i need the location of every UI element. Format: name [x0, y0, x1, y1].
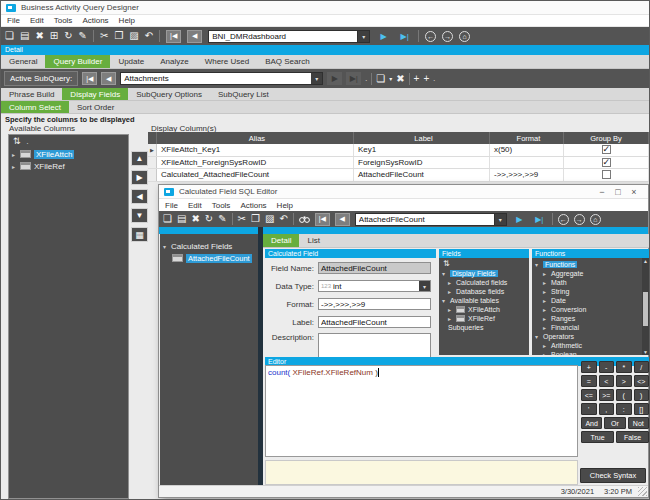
subquery-select-input[interactable]	[120, 72, 313, 85]
subquery-next-button[interactable]: ▶	[327, 72, 342, 85]
true-button[interactable]: True	[581, 431, 614, 443]
op-less-button[interactable]: <	[599, 375, 615, 387]
groupby-checkbox[interactable]	[602, 145, 611, 154]
last-record-button[interactable]: ▶|	[397, 30, 412, 43]
tree-item-operators[interactable]: Operators	[532, 332, 649, 341]
sort-icon[interactable]: ⇅	[443, 260, 450, 268]
back-icon[interactable]: ←	[425, 31, 436, 42]
delete-icon[interactable]: ✖	[191, 214, 199, 224]
row-selector-icon[interactable]: ▶	[148, 144, 157, 156]
new-subquery-dropdown-icon[interactable]: ▾	[389, 76, 392, 82]
tab-detail[interactable]: Detail	[263, 234, 299, 247]
op-lessequal-button[interactable]: <=	[581, 389, 597, 401]
cell-format[interactable]	[490, 157, 564, 169]
expand-icon[interactable]	[543, 324, 551, 331]
scrollbar[interactable]: ▲ ▼	[642, 258, 649, 355]
add-icon[interactable]: +	[423, 74, 429, 84]
menu-actions[interactable]: Actions	[240, 201, 266, 210]
op-openparen-button[interactable]: (	[616, 389, 632, 401]
grid-header-groupby[interactable]: Group By	[564, 132, 649, 144]
refresh-icon[interactable]: ↻	[205, 214, 213, 224]
false-button[interactable]: False	[616, 431, 649, 443]
forward-icon[interactable]: →	[574, 214, 585, 225]
grid-header-format[interactable]: Format	[490, 132, 564, 144]
op-quote-button[interactable]: '	[581, 403, 597, 415]
cell-alias[interactable]: XFileAttch_Key1	[157, 144, 354, 156]
op-minus-button[interactable]: -	[599, 361, 615, 373]
op-equals-button[interactable]: =	[581, 375, 597, 387]
tree-item-aggregate[interactable]: Aggregate	[532, 269, 649, 278]
collapse-icon[interactable]	[163, 243, 171, 250]
grid-header-label[interactable]: Label	[354, 132, 490, 144]
panel-splitter[interactable]	[258, 227, 263, 487]
tree-item-date[interactable]: Date	[532, 296, 649, 305]
expand-icon[interactable]	[543, 342, 551, 349]
tree-item-database-fields[interactable]: Database fields	[439, 287, 529, 296]
tab-display-fields[interactable]: Display Fields	[62, 88, 128, 100]
maximize-icon[interactable]: □	[610, 187, 626, 197]
previous-record-button[interactable]: ◀	[335, 213, 350, 226]
cell-label[interactable]: Key1	[354, 144, 490, 156]
paste-icon[interactable]: ▨	[129, 31, 138, 41]
check-syntax-button[interactable]: Check Syntax	[580, 468, 646, 483]
expand-icon[interactable]	[543, 270, 551, 277]
previous-record-button[interactable]: ◀	[187, 30, 202, 43]
tree-item-math[interactable]: Math	[532, 278, 649, 287]
groupby-checkbox[interactable]	[602, 158, 611, 167]
menu-help[interactable]: Help	[119, 16, 135, 25]
tree-item-xfileattch[interactable]: XFileAttch	[439, 305, 529, 314]
row-selector[interactable]	[148, 157, 157, 169]
menu-tools[interactable]: Tools	[54, 16, 73, 25]
home-icon[interactable]: ⌂	[459, 31, 470, 42]
undo-icon[interactable]: ↶	[279, 214, 287, 224]
row-selector[interactable]	[148, 169, 157, 181]
collapse-icon[interactable]	[535, 261, 543, 268]
expand-icon[interactable]	[448, 315, 456, 322]
minimize-icon[interactable]: −	[594, 187, 610, 197]
tab-subquery-list[interactable]: SubQuery List	[210, 88, 277, 100]
menu-file[interactable]: File	[7, 16, 20, 25]
tree-item-conversion[interactable]: Conversion	[532, 305, 649, 314]
field-dropdown-button[interactable]: ▾	[495, 213, 507, 226]
format-input[interactable]	[318, 298, 431, 310]
close-icon[interactable]: ×	[626, 187, 642, 197]
tree-item-xfileref[interactable]: XFileRef	[9, 160, 128, 172]
description-input[interactable]	[318, 333, 431, 360]
menu-file[interactable]: File	[165, 201, 178, 210]
back-icon[interactable]: ←	[558, 214, 569, 225]
op-notequal-button[interactable]: <>	[634, 375, 650, 387]
sort-icon[interactable]: ⇅	[13, 137, 21, 146]
cell-alias[interactable]: Calculated_AttachedFileCount	[157, 169, 354, 181]
paste-icon[interactable]: ▨	[265, 214, 274, 224]
expand-icon[interactable]	[543, 315, 551, 322]
delete-subquery-icon[interactable]: ✖	[396, 74, 404, 84]
expand-icon[interactable]	[543, 288, 551, 295]
table-row[interactable]: ▶ XFileAttch_Key1 Key1 x(50)	[148, 144, 649, 157]
scroll-up-icon[interactable]: ▲	[642, 258, 649, 264]
subquery-previous-button[interactable]: ◀	[101, 72, 116, 85]
tree-item-display-fields[interactable]: Display Fields	[439, 269, 529, 278]
and-button[interactable]: And	[581, 417, 602, 429]
home-icon[interactable]: ⌂	[590, 214, 601, 225]
menu-edit[interactable]: Edit	[188, 201, 202, 210]
next-record-button[interactable]: ▶	[512, 213, 527, 226]
new-subquery-icon[interactable]: ❏	[376, 74, 385, 84]
move-up-button[interactable]: ▲	[131, 151, 148, 166]
collapse-icon[interactable]	[442, 297, 450, 304]
tab-update[interactable]: Update	[110, 55, 152, 68]
search-icon[interactable]	[299, 215, 310, 224]
overflow-icon[interactable]: .	[27, 138, 29, 145]
overflow-icon[interactable]: .	[365, 75, 367, 82]
menu-tools[interactable]: Tools	[212, 201, 231, 210]
last-record-button[interactable]: ▶|	[532, 213, 547, 226]
move-down-button[interactable]: ▼	[131, 208, 148, 223]
scrollbar-thumb[interactable]	[643, 292, 648, 326]
op-greaterequal-button[interactable]: >=	[599, 389, 615, 401]
expand-icon[interactable]	[448, 279, 456, 286]
menu-actions[interactable]: Actions	[82, 16, 108, 25]
tab-where-used[interactable]: Where Used	[197, 55, 257, 68]
first-record-button[interactable]: |◀	[315, 213, 330, 226]
expand-icon[interactable]	[448, 288, 456, 295]
clear-icon[interactable]: ✎	[79, 31, 87, 41]
collapse-icon[interactable]	[442, 270, 450, 277]
